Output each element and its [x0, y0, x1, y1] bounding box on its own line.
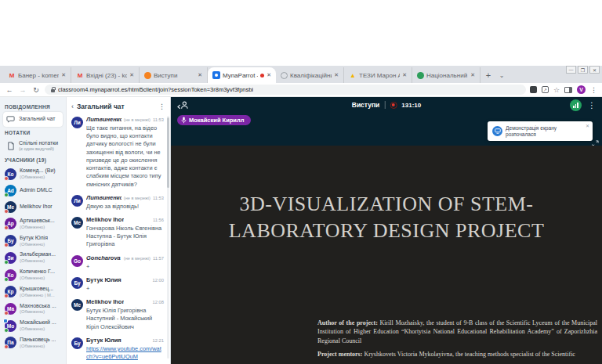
- mic-status-icon: [4, 225, 9, 230]
- microphone-icon: [181, 117, 187, 124]
- toolbar-right: V: [530, 85, 597, 94]
- tab-favicon-icon: [417, 72, 424, 79]
- tab-close-icon[interactable]: [402, 72, 407, 78]
- toast-message: Демонстрація екрану розпочалася: [506, 125, 588, 138]
- active-speaker-name: Мокайский Кирилл: [189, 117, 245, 124]
- participant-row[interactable]: Мо Мокайський ... (Обмежено): [3, 317, 63, 334]
- message-time: 12:21: [152, 338, 164, 343]
- tab-close-icon[interactable]: [61, 72, 66, 78]
- participant-row[interactable]: Ко Коменд... (Ви) (Обмежено): [3, 165, 63, 182]
- browser-tab[interactable]: Банер - komendantov@n: [3, 67, 71, 83]
- chat-scrollbar-thumb[interactable]: [167, 117, 169, 188]
- toggle-user-list-icon[interactable]: [177, 101, 189, 110]
- mic-status-icon: [4, 344, 9, 349]
- message-sender: Melikhov Ihor: [86, 298, 124, 305]
- participant-row[interactable]: Ар Артишевськ... (Обмежено): [3, 215, 63, 232]
- reload-button[interactable]: [31, 86, 41, 94]
- mic-status-icon: [4, 311, 9, 315]
- participant-row[interactable]: Ме Melikhov Ihor: [3, 199, 63, 215]
- participant-row[interactable]: Па Паньковець ... (Обмежено): [3, 334, 63, 351]
- participant-status: (Обмежено | М...: [20, 293, 55, 298]
- share-icon[interactable]: [542, 86, 549, 93]
- extension-icon[interactable]: [530, 86, 537, 93]
- chat-scrollbar[interactable]: [167, 116, 169, 359]
- browser-tab[interactable]: Національний еколого-н: [412, 67, 481, 83]
- participant-avatar: Па: [5, 337, 16, 348]
- tab-title: ТЕЗИ Марон Анастасія -: [359, 72, 400, 79]
- meeting-app: ПОВІДОМЛЕННЯ Загальний чат НОТАТКИ Спіль…: [0, 97, 602, 364]
- tab-close-icon[interactable]: [470, 72, 475, 78]
- tab-favicon-icon: [212, 71, 220, 79]
- tab-close-icon[interactable]: [267, 72, 271, 78]
- tab-close-icon[interactable]: [129, 72, 134, 78]
- forward-button[interactable]: [18, 86, 27, 94]
- tab-close-icon[interactable]: [334, 72, 339, 78]
- message-body: Литвиненко Ар... (не в мережі) 11:53 Ще …: [86, 116, 164, 189]
- url-text: classroom4.mynaparrot.es/html5client/joi…: [58, 86, 253, 93]
- message-text: Бутук Юлія Григорівна Наступний - Мокайс…: [86, 307, 164, 331]
- bookmark-star-icon[interactable]: [553, 86, 560, 94]
- side-panel-icon[interactable]: [564, 87, 572, 93]
- meeting-title: Виступи: [352, 101, 380, 109]
- participant-row[interactable]: Ad Admin DMLC: [3, 182, 63, 199]
- toast-close-icon[interactable]: [586, 123, 589, 128]
- chat-options-icon[interactable]: [158, 103, 165, 110]
- message-avatar-initials: Бу: [74, 341, 80, 346]
- message-avatar-initials: Ли: [74, 198, 81, 204]
- participants-list: Ко Коменд... (Ви) (Обмежено) Ad: [3, 165, 63, 351]
- participant-row[interactable]: Зи Зильберман... (Обмежено): [3, 249, 63, 266]
- back-button[interactable]: [5, 86, 14, 94]
- browser-tab[interactable]: Вхідні (23) - komenda: [71, 67, 140, 83]
- message-text: Ще таке питання, на відео було видно, що…: [86, 124, 164, 189]
- chat-bubble-icon: [5, 114, 16, 124]
- profile-avatar[interactable]: V: [577, 85, 586, 94]
- browser-tab[interactable]: MynaParrot - Виступи: [208, 67, 276, 83]
- message-body: Литвиненко Ар... (не в мережі) 11:53 Дяк…: [86, 194, 164, 211]
- participant-initials: Ма: [7, 306, 14, 312]
- hide-chat-icon[interactable]: [71, 103, 74, 110]
- new-tab-button[interactable]: [482, 69, 495, 81]
- tab-favicon-icon: [76, 71, 84, 79]
- participant-row[interactable]: Бу Бутук Юлія (Обмежено): [3, 232, 63, 250]
- window-close-button[interactable]: [589, 66, 600, 74]
- mic-status-icon: [4, 260, 9, 265]
- tab-favicon-icon: [8, 71, 16, 79]
- tab-search-chevron-icon[interactable]: [496, 69, 507, 81]
- mic-status-icon: [4, 328, 9, 333]
- message-sender: Goncharova Nikol: [86, 254, 121, 261]
- window-controls: [566, 66, 600, 74]
- message-avatar-initials: Бу: [74, 280, 80, 286]
- participant-name: Мокайський ...: [20, 319, 56, 326]
- participant-row[interactable]: Ко Копиченко Г... (Обмежено): [3, 266, 63, 283]
- active-speaker-badge[interactable]: Мокайский Кирилл: [177, 115, 251, 125]
- participant-name: Зильберман...: [20, 251, 56, 258]
- message-text: +: [86, 285, 164, 293]
- recording-indicator-icon[interactable]: [390, 102, 397, 109]
- browser-tab[interactable]: ТЕЗИ Марон Анастасія -: [344, 67, 412, 83]
- participant-row[interactable]: Ма Махновська ... (Обмежено): [3, 301, 63, 318]
- chat-title: Загальний чат: [77, 103, 155, 110]
- browser-tab[interactable]: Виступи: [140, 67, 208, 83]
- participant-name: Melikhov Ihor: [20, 204, 53, 211]
- participant-row[interactable]: Кр Крышковец... (Обмежено | М...: [3, 283, 63, 301]
- participant-status: (Обмежено): [20, 326, 56, 332]
- connection-status-icon[interactable]: [570, 99, 582, 111]
- participant-name: Бутук Юлія: [20, 235, 48, 242]
- sidebar-item-shared-notes[interactable]: Спільні нотатки (є один ведучий): [3, 138, 63, 154]
- address-bar[interactable]: classroom4.mynaparrot.es/html5client/joi…: [45, 85, 526, 95]
- window-restore-button[interactable]: [578, 66, 588, 74]
- sidebar-item-public-chat[interactable]: Загальний чат: [3, 112, 63, 127]
- message-avatar: Бу: [71, 337, 83, 349]
- message-text: Гончарова Ніколь Євгенівна Наступна - Бу…: [86, 225, 164, 249]
- message-time: 11:53: [153, 196, 164, 200]
- browser-tab[interactable]: Кваліфікаційний раунд 2: [276, 67, 344, 83]
- participant-name: Артишевськ...: [20, 218, 55, 225]
- participant-initials: Ко: [8, 171, 14, 177]
- main-options-icon[interactable]: [588, 101, 596, 110]
- chat-message: Ме Melikhov Ihor 12:08 Бутук Юлія Григор…: [71, 298, 164, 331]
- tab-close-icon[interactable]: [198, 72, 202, 78]
- browser-menu-icon[interactable]: [590, 86, 597, 94]
- mic-status-icon: [4, 243, 9, 247]
- window-minimize-button[interactable]: [566, 66, 576, 74]
- divider: [384, 101, 385, 109]
